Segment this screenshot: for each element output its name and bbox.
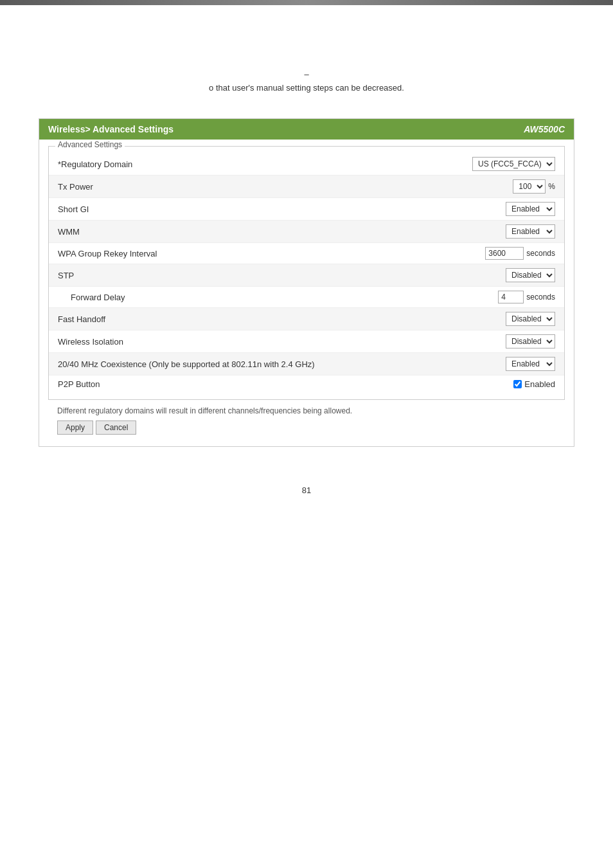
control-forward-delay: seconds [498,291,555,303]
row-stp: STP Disabled Enabled [49,264,564,287]
select-fast-handoff[interactable]: Disabled Enabled [506,312,555,326]
row-short-gi: Short GI Enabled Disabled [49,198,564,221]
label-wpa-rekey: WPA Group Rekey Interval [58,249,485,258]
control-wpa-rekey: seconds [485,247,555,260]
control-fast-handoff: Disabled Enabled [506,312,555,326]
control-short-gi: Enabled Disabled [506,202,555,216]
forward-delay-unit: seconds [526,293,555,302]
select-regulatory-domain[interactable]: US (FCC5_FCCA) Europe Japan [472,157,555,171]
control-p2p-button: Enabled [513,379,555,389]
control-wmm: Enabled Disabled [506,224,555,239]
section-label: Advanced Settings [55,140,125,149]
cancel-button[interactable]: Cancel [96,420,136,435]
select-wireless-isolation[interactable]: Disabled Enabled [506,334,555,348]
input-forward-delay[interactable] [498,291,524,303]
label-stp: STP [58,271,506,280]
advanced-settings-group: Advanced Settings *Regulatory Domain US … [48,146,565,400]
label-fast-handoff: Fast Handoff [58,314,506,324]
panel-body: Advanced Settings *Regulatory Domain US … [39,140,574,446]
control-coexistence: Enabled Disabled [506,357,555,371]
row-fast-handoff: Fast Handoff Disabled Enabled [49,308,564,330]
control-regulatory-domain: US (FCC5_FCCA) Europe Japan [472,157,555,171]
panel-header: Wireless> Advanced Settings AW5500C [39,119,574,140]
footer-note: Different regulatory domains will result… [57,406,556,415]
label-short-gi: Short GI [58,204,506,214]
row-wireless-isolation: Wireless Isolation Disabled Enabled [49,330,564,353]
top-bar [0,0,613,5]
label-coexistence: 20/40 MHz Coexistence (Only be supported… [58,359,506,369]
tx-power-unit: % [548,182,555,191]
select-short-gi[interactable]: Enabled Disabled [506,202,555,216]
page-content: – o that user's manual setting steps can… [0,5,613,521]
label-wmm: WMM [58,227,506,237]
row-tx-power: Tx Power 100 75 50 25 % [49,176,564,198]
panel-title: Wireless> Advanced Settings [48,124,173,134]
intro-text: o that user's manual setting steps can b… [209,83,404,93]
button-row: Apply Cancel [57,420,556,435]
page-number: 81 [39,485,574,495]
row-wmm: WMM Enabled Disabled [49,221,564,243]
control-wireless-isolation: Disabled Enabled [506,334,555,348]
control-stp: Disabled Enabled [506,268,555,282]
control-tx-power: 100 75 50 25 % [513,179,555,194]
select-wmm[interactable]: Enabled Disabled [506,224,555,239]
row-regulatory-domain: *Regulatory Domain US (FCC5_FCCA) Europe… [49,153,564,176]
label-wireless-isolation: Wireless Isolation [58,337,506,347]
checkbox-p2p-button[interactable] [513,380,522,388]
label-p2p-button: P2P Button [58,379,513,389]
select-tx-power[interactable]: 100 75 50 25 [513,179,546,194]
row-coexistence: 20/40 MHz Coexistence (Only be supported… [49,353,564,375]
label-tx-power: Tx Power [58,182,513,192]
label-regulatory-domain: *Regulatory Domain [58,159,472,169]
intro-dash: – [39,69,574,79]
apply-button[interactable]: Apply [57,420,93,435]
panel-model: AW5500C [524,124,565,134]
intro-section: – o that user's manual setting steps can… [39,69,574,93]
settings-panel: Wireless> Advanced Settings AW5500C Adva… [39,118,574,447]
wpa-rekey-unit: seconds [526,249,555,258]
p2p-button-checkbox-label: Enabled [524,379,555,389]
row-p2p-button: P2P Button Enabled [49,375,564,393]
select-coexistence[interactable]: Enabled Disabled [506,357,555,371]
row-wpa-rekey: WPA Group Rekey Interval seconds [49,243,564,264]
input-wpa-rekey[interactable] [485,247,524,260]
label-forward-delay: Forward Delay [58,293,498,302]
select-stp[interactable]: Disabled Enabled [506,268,555,282]
row-forward-delay: Forward Delay seconds [49,287,564,308]
